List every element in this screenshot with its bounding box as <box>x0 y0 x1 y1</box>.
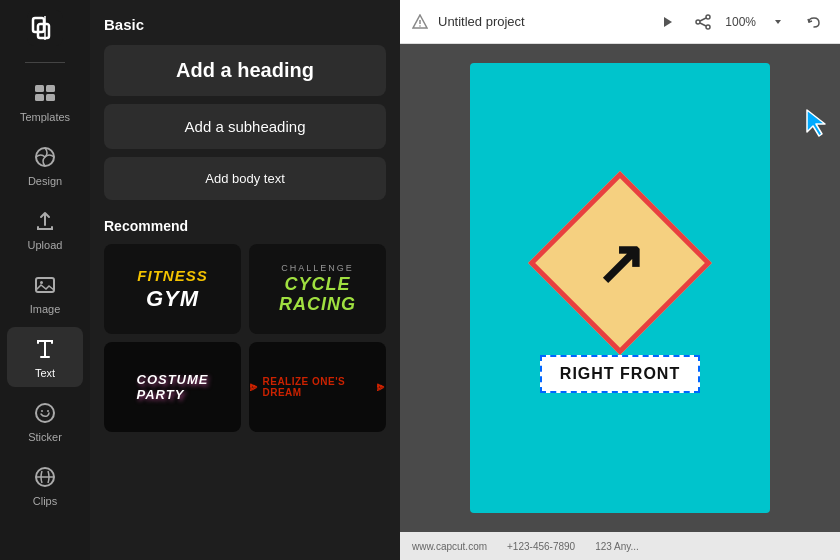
svg-point-14 <box>41 410 43 412</box>
text-panel: Basic Add a heading Add a subheading Add… <box>90 0 400 560</box>
gym-text: GYM <box>146 286 199 312</box>
cycle-text: CYCLERACING <box>279 275 356 315</box>
label-text: RIGHT FRONT <box>560 365 680 382</box>
canvas-area: Untitled project 100% <box>400 0 840 560</box>
sidebar-item-sticker[interactable]: Sticker <box>7 391 83 451</box>
add-heading-button[interactable]: Add a heading <box>104 45 386 96</box>
realize-text: ⫸ REALIZE ONE'S DREAM ⫸ <box>249 376 386 398</box>
toolbar-right: 100% <box>653 8 828 36</box>
recommend-section-title: Recommend <box>104 218 386 234</box>
app-logo <box>27 10 63 46</box>
zoom-dropdown-button[interactable] <box>764 8 792 36</box>
sidebar-item-image[interactable]: Image <box>7 263 83 323</box>
basic-section-title: Basic <box>104 16 386 33</box>
svg-rect-9 <box>36 278 54 292</box>
label-box[interactable]: RIGHT FRONT <box>540 355 700 393</box>
sidebar-item-label: Image <box>30 303 61 315</box>
sidebar: Templates Design Upload <box>0 0 90 560</box>
canvas-content: ↗ RIGHT FRONT <box>400 44 840 532</box>
svg-line-25 <box>700 23 706 26</box>
design-icon <box>31 143 59 171</box>
sidebar-item-label: Design <box>28 175 62 187</box>
diamond-arrow-icon: ↗ <box>595 228 645 298</box>
template-card-cycle[interactable]: CHALLENGE CYCLERACING <box>249 244 386 334</box>
cycle-challenge-text: CHALLENGE <box>281 263 354 273</box>
costume-text: COSTUMEPARTY <box>137 372 209 402</box>
svg-marker-20 <box>664 17 672 27</box>
sidebar-item-label: Upload <box>28 239 63 251</box>
svg-point-22 <box>696 20 700 24</box>
template-grid: FITNESS GYM CHALLENGE CYCLERACING COSTUM… <box>104 244 386 432</box>
svg-rect-6 <box>35 94 44 101</box>
canvas-bottom-bar: www.capcut.com +123-456-7890 123 Any... <box>400 532 840 560</box>
svg-point-23 <box>706 25 710 29</box>
sidebar-item-text[interactable]: Text <box>7 327 83 387</box>
sidebar-divider <box>25 62 65 63</box>
sidebar-item-label: Sticker <box>28 431 62 443</box>
svg-marker-26 <box>775 20 781 24</box>
extra-text: 123 Any... <box>595 541 639 552</box>
template-card-costume[interactable]: COSTUMEPARTY <box>104 342 241 432</box>
svg-line-24 <box>700 18 706 21</box>
template-card-gym[interactable]: FITNESS GYM <box>104 244 241 334</box>
sidebar-item-clips[interactable]: Clips <box>7 455 83 515</box>
template-card-realize[interactable]: ⫸ REALIZE ONE'S DREAM ⫸ <box>249 342 386 432</box>
sidebar-item-label: Templates <box>20 111 70 123</box>
add-body-button[interactable]: Add body text <box>104 157 386 200</box>
sidebar-item-design[interactable]: Design <box>7 135 83 195</box>
svg-point-19 <box>419 25 421 27</box>
warning-icon <box>412 14 428 30</box>
canvas-toolbar: Untitled project 100% <box>400 0 840 44</box>
play-button[interactable] <box>653 8 681 36</box>
templates-icon <box>31 79 59 107</box>
image-icon <box>31 271 59 299</box>
sidebar-item-label: Clips <box>33 495 57 507</box>
svg-rect-4 <box>35 85 44 92</box>
website-text: www.capcut.com <box>412 541 487 552</box>
svg-point-21 <box>706 15 710 19</box>
phone-text: +123-456-7890 <box>507 541 575 552</box>
text-icon <box>31 335 59 363</box>
undo-button[interactable] <box>800 8 828 36</box>
sidebar-item-templates[interactable]: Templates <box>7 71 83 131</box>
gym-fitness-text: FITNESS <box>137 267 207 284</box>
svg-rect-5 <box>46 85 55 92</box>
svg-point-13 <box>36 404 54 422</box>
diamond-sign-container: ↗ <box>540 183 700 343</box>
project-title: Untitled project <box>438 14 643 29</box>
upload-icon <box>31 207 59 235</box>
sticker-icon <box>31 399 59 427</box>
sidebar-item-label: Text <box>35 367 55 379</box>
svg-point-15 <box>47 410 49 412</box>
canvas-background: ↗ RIGHT FRONT <box>470 63 770 513</box>
add-subheading-button[interactable]: Add a subheading <box>104 104 386 149</box>
svg-point-10 <box>40 281 43 284</box>
svg-rect-7 <box>46 94 55 101</box>
clips-icon <box>31 463 59 491</box>
share-button[interactable] <box>689 8 717 36</box>
zoom-label: 100% <box>725 15 756 29</box>
sidebar-item-upload[interactable]: Upload <box>7 199 83 259</box>
